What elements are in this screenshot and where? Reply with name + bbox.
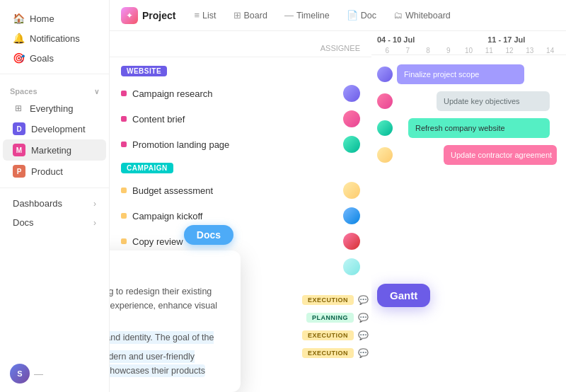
day: 11 <box>479 47 499 54</box>
home-icon: 🏠 <box>13 13 24 24</box>
day: 12 <box>499 47 520 54</box>
spaces-section: Spaces ∨ <box>0 80 109 98</box>
task-row[interactable]: Campaign research <box>110 81 371 106</box>
gantt-bar[interactable]: Refresh company website <box>408 118 550 138</box>
spaces-chevron[interactable]: ∨ <box>94 88 99 96</box>
divider2 <box>0 188 109 188</box>
gantt-panel: 04 - 10 Jul 11 - 17 Jul 6 7 8 9 10 11 12… <box>371 31 566 392</box>
content-area: ASSIGNEE WEBSITE Campaign research Conte… <box>110 31 566 392</box>
day: 6 <box>377 47 398 54</box>
whiteboard-icon: 🗂 <box>393 10 403 21</box>
tab-doc[interactable]: 📄 Doc <box>340 7 383 23</box>
task-name: Campaign kickoff <box>132 211 202 221</box>
task-name: Content brief <box>132 114 185 125</box>
sidebar: 🏠 Home 🔔 Notifications 🎯 Goals Spaces ∨ … <box>0 0 110 392</box>
development-dot: D <box>13 122 25 135</box>
list-icon: ≡ <box>194 10 200 21</box>
tab-label: Board <box>244 11 267 21</box>
sidebar-item-notifications[interactable]: 🔔 Notifications <box>3 28 106 48</box>
project-title: Project <box>142 10 175 21</box>
sidebar-item-dashboards[interactable]: Dashboards › <box>3 194 106 213</box>
sidebar-item-everything[interactable]: ⊞ Everything <box>3 98 106 118</box>
gantt-tooltip: Gantt <box>377 284 430 307</box>
docs-card: Content brief XYZ Company is seeking to … <box>110 250 241 392</box>
task-dot <box>121 188 127 193</box>
gantt-bar-row: Refresh company website <box>374 115 563 142</box>
task-row[interactable]: Budget assessment <box>110 178 371 203</box>
assignee-header: ASSIGNEE <box>320 44 360 52</box>
section-website-label: WEBSITE <box>121 66 167 76</box>
avatar <box>343 85 360 102</box>
status-badge: EXECUTION <box>302 330 354 340</box>
tab-whiteboard[interactable]: 🗂 Whiteboard <box>386 7 458 23</box>
tab-label: List <box>202 11 216 21</box>
main-area: ✦ Project ≡ List ⊞ Board — Timeline 📄 Do… <box>110 0 566 392</box>
task-dot <box>121 116 127 122</box>
user-dash: — <box>34 369 43 379</box>
avatar <box>377 93 393 109</box>
tab-label: Doc <box>361 11 376 21</box>
timeline-icon: — <box>284 10 294 21</box>
docs-floating-badge: Docs <box>184 225 233 245</box>
sidebar-item-goals[interactable]: 🎯 Goals <box>3 48 106 68</box>
tab-label: Timeline <box>296 11 330 21</box>
task-name: Budget assessment <box>132 185 213 196</box>
task-row[interactable]: Content brief <box>110 106 371 132</box>
tab-list[interactable]: ≡ List <box>187 7 223 23</box>
avatar <box>343 207 360 224</box>
sidebar-item-label: Marketing <box>31 145 71 156</box>
col-header: ASSIGNEE <box>110 40 371 57</box>
day: 8 <box>418 47 439 54</box>
gantt-bar[interactable]: Update contractor agreement <box>444 145 557 165</box>
avatar[interactable]: S <box>10 364 30 384</box>
day: 14 <box>540 47 560 54</box>
task-row[interactable]: Campaign kickoff <box>110 203 371 229</box>
task-dot <box>121 238 127 244</box>
dashboards-label: Dashboards <box>13 198 62 209</box>
avatar <box>343 136 360 153</box>
sidebar-item-home[interactable]: 🏠 Home <box>3 8 106 28</box>
day: 9 <box>438 47 458 54</box>
sidebar-item-product[interactable]: P Product <box>3 161 106 182</box>
avatar <box>377 120 393 136</box>
marketing-dot: M <box>13 144 25 156</box>
task-dot <box>121 213 127 219</box>
gantt-bar[interactable]: Update key objectives <box>437 91 550 111</box>
status-badge: EXECUTION <box>302 348 354 358</box>
tab-board[interactable]: ⊞ Board <box>226 7 275 23</box>
goals-icon: 🎯 <box>13 52 24 64</box>
doc-icon: 📄 <box>347 10 358 21</box>
sidebar-item-label: Home <box>30 13 54 24</box>
docs-label: Docs <box>13 217 34 228</box>
day: 13 <box>519 47 540 54</box>
docs-card-text: XYZ Company is seeking to redesign their… <box>110 284 226 378</box>
task-row[interactable]: Promotion landing page <box>110 132 371 157</box>
everything-icon: ⊞ <box>13 103 24 114</box>
dashboards-chevron: › <box>93 199 96 209</box>
notifications-icon: 🔔 <box>13 33 24 44</box>
task-name: Promotion landing page <box>132 139 229 150</box>
sidebar-item-label: Everything <box>30 103 73 114</box>
top-nav: ✦ Project ≡ List ⊞ Board — Timeline 📄 Do… <box>110 0 566 31</box>
docs-chevron: › <box>93 218 96 228</box>
board-icon: ⊞ <box>233 10 241 21</box>
gantt-bar[interactable]: Finalize project scope <box>397 64 524 84</box>
docs-card-title: Content brief <box>110 265 226 277</box>
sidebar-item-marketing[interactable]: M Marketing <box>3 139 106 161</box>
divider <box>0 74 109 74</box>
week-label-1: 04 - 10 Jul <box>377 35 486 44</box>
tab-timeline[interactable]: — Timeline <box>277 7 337 23</box>
sidebar-item-development[interactable]: D Development <box>3 118 106 139</box>
avatar <box>343 258 360 275</box>
sidebar-item-docs[interactable]: Docs › <box>3 213 106 232</box>
avatar <box>377 67 393 82</box>
sidebar-item-label: Notifications <box>30 33 80 44</box>
gantt-bar-row: Finalize project scope <box>374 61 563 88</box>
status-badge: PLANNING <box>306 313 354 323</box>
day: 7 <box>398 47 418 54</box>
avatar <box>343 110 360 127</box>
task-dot <box>121 91 127 96</box>
task-name: Copy review <box>132 236 183 247</box>
tab-label: Whiteboard <box>405 11 451 21</box>
task-name: Campaign research <box>132 88 212 99</box>
